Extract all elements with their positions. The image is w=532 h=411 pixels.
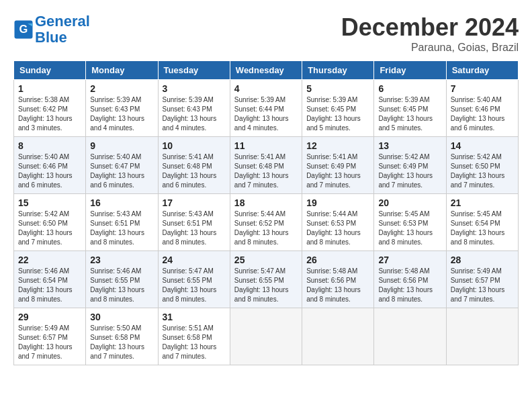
calendar-cell [446, 308, 518, 365]
calendar-cell: 10Sunrise: 5:41 AM Sunset: 6:48 PM Dayli… [158, 137, 230, 194]
day-number: 28 [451, 255, 514, 265]
calendar-cell: 18Sunrise: 5:44 AM Sunset: 6:52 PM Dayli… [230, 194, 302, 251]
calendar-cell: 31Sunrise: 5:51 AM Sunset: 6:58 PM Dayli… [158, 308, 230, 365]
month-title: December 2024 [341, 13, 519, 42]
calendar-cell: 26Sunrise: 5:48 AM Sunset: 6:56 PM Dayli… [302, 251, 374, 308]
calendar-cell: 23Sunrise: 5:46 AM Sunset: 6:55 PM Dayli… [86, 251, 158, 308]
title-block: December 2024 Parauna, Goias, Brazil [341, 13, 519, 54]
calendar-cell: 24Sunrise: 5:47 AM Sunset: 6:55 PM Dayli… [158, 251, 230, 308]
weekday-header: Wednesday [230, 61, 302, 80]
day-info: Sunrise: 5:39 AM Sunset: 6:43 PM Dayligh… [163, 95, 226, 133]
day-number: 26 [306, 255, 369, 265]
calendar-week-row: 8Sunrise: 5:40 AM Sunset: 6:46 PM Daylig… [14, 137, 519, 194]
day-number: 18 [234, 197, 298, 208]
day-number: 8 [18, 140, 81, 151]
day-info: Sunrise: 5:46 AM Sunset: 6:54 PM Dayligh… [18, 267, 81, 304]
day-number: 12 [306, 140, 369, 151]
day-number: 20 [378, 197, 441, 208]
day-number: 31 [163, 312, 226, 322]
day-info: Sunrise: 5:50 AM Sunset: 6:58 PM Dayligh… [90, 324, 153, 361]
day-info: Sunrise: 5:44 AM Sunset: 6:53 PM Dayligh… [306, 210, 369, 247]
calendar-cell: 8Sunrise: 5:40 AM Sunset: 6:46 PM Daylig… [14, 137, 86, 194]
calendar-cell: 16Sunrise: 5:43 AM Sunset: 6:51 PM Dayli… [86, 194, 158, 251]
day-number: 17 [163, 197, 226, 208]
day-info: Sunrise: 5:48 AM Sunset: 6:56 PM Dayligh… [378, 267, 441, 304]
day-number: 19 [306, 197, 369, 208]
day-info: Sunrise: 5:47 AM Sunset: 6:55 PM Dayligh… [163, 267, 226, 304]
day-info: Sunrise: 5:49 AM Sunset: 6:57 PM Dayligh… [18, 324, 81, 361]
day-info: Sunrise: 5:42 AM Sunset: 6:50 PM Dayligh… [18, 210, 81, 247]
calendar-cell: 7Sunrise: 5:40 AM Sunset: 6:46 PM Daylig… [446, 80, 518, 137]
calendar-cell: 9Sunrise: 5:40 AM Sunset: 6:47 PM Daylig… [86, 137, 158, 194]
day-info: Sunrise: 5:43 AM Sunset: 6:51 PM Dayligh… [90, 210, 153, 247]
weekday-header: Saturday [446, 61, 518, 80]
calendar-cell: 2Sunrise: 5:39 AM Sunset: 6:43 PM Daylig… [86, 80, 158, 137]
weekday-header: Sunday [14, 61, 86, 80]
day-number: 27 [378, 255, 441, 265]
calendar-cell [230, 308, 302, 365]
calendar-cell: 4Sunrise: 5:39 AM Sunset: 6:44 PM Daylig… [230, 80, 302, 137]
day-info: Sunrise: 5:45 AM Sunset: 6:54 PM Dayligh… [451, 210, 514, 247]
calendar-week-row: 22Sunrise: 5:46 AM Sunset: 6:54 PM Dayli… [14, 251, 519, 308]
day-number: 23 [90, 255, 153, 265]
day-info: Sunrise: 5:40 AM Sunset: 6:47 PM Dayligh… [90, 152, 153, 190]
day-info: Sunrise: 5:47 AM Sunset: 6:55 PM Dayligh… [234, 267, 298, 304]
day-info: Sunrise: 5:41 AM Sunset: 6:48 PM Dayligh… [234, 152, 298, 190]
day-number: 25 [234, 255, 298, 265]
logo-line1: General [35, 13, 90, 30]
calendar-cell: 22Sunrise: 5:46 AM Sunset: 6:54 PM Dayli… [14, 251, 86, 308]
weekday-header: Friday [374, 61, 446, 80]
calendar-cell: 1Sunrise: 5:38 AM Sunset: 6:42 PM Daylig… [14, 80, 86, 137]
logo-line2: Blue [35, 29, 67, 46]
calendar-table: SundayMondayTuesdayWednesdayThursdayFrid… [13, 60, 519, 365]
location: Parauna, Goias, Brazil [341, 42, 519, 54]
day-number: 11 [234, 140, 298, 151]
day-info: Sunrise: 5:41 AM Sunset: 6:49 PM Dayligh… [306, 152, 369, 190]
day-number: 15 [18, 197, 81, 208]
weekday-header: Tuesday [158, 61, 230, 80]
calendar-header: SundayMondayTuesdayWednesdayThursdayFrid… [14, 61, 519, 80]
day-info: Sunrise: 5:39 AM Sunset: 6:45 PM Dayligh… [378, 95, 441, 133]
calendar-cell: 20Sunrise: 5:45 AM Sunset: 6:53 PM Dayli… [374, 194, 446, 251]
calendar-cell: 3Sunrise: 5:39 AM Sunset: 6:43 PM Daylig… [158, 80, 230, 137]
day-info: Sunrise: 5:39 AM Sunset: 6:44 PM Dayligh… [234, 95, 298, 133]
day-number: 24 [163, 255, 226, 265]
day-info: Sunrise: 5:39 AM Sunset: 6:45 PM Dayligh… [306, 95, 369, 133]
calendar-cell: 28Sunrise: 5:49 AM Sunset: 6:57 PM Dayli… [446, 251, 518, 308]
calendar-cell: 12Sunrise: 5:41 AM Sunset: 6:49 PM Dayli… [302, 137, 374, 194]
calendar-cell: 13Sunrise: 5:42 AM Sunset: 6:49 PM Dayli… [374, 137, 446, 194]
page-header: G General Blue December 2024 Parauna, Go… [13, 13, 519, 54]
day-number: 5 [306, 83, 369, 94]
calendar-cell: 30Sunrise: 5:50 AM Sunset: 6:58 PM Dayli… [86, 308, 158, 365]
calendar-week-row: 15Sunrise: 5:42 AM Sunset: 6:50 PM Dayli… [14, 194, 519, 251]
calendar-cell [374, 308, 446, 365]
calendar-cell [302, 308, 374, 365]
logo: G General Blue [13, 13, 90, 46]
day-number: 29 [18, 312, 81, 322]
day-info: Sunrise: 5:38 AM Sunset: 6:42 PM Dayligh… [18, 95, 81, 133]
day-info: Sunrise: 5:42 AM Sunset: 6:49 PM Dayligh… [378, 152, 441, 190]
day-info: Sunrise: 5:42 AM Sunset: 6:50 PM Dayligh… [451, 152, 514, 190]
day-number: 13 [378, 140, 441, 151]
calendar-cell: 6Sunrise: 5:39 AM Sunset: 6:45 PM Daylig… [374, 80, 446, 137]
calendar-cell: 15Sunrise: 5:42 AM Sunset: 6:50 PM Dayli… [14, 194, 86, 251]
day-info: Sunrise: 5:41 AM Sunset: 6:48 PM Dayligh… [163, 152, 226, 190]
day-info: Sunrise: 5:43 AM Sunset: 6:51 PM Dayligh… [163, 210, 226, 247]
calendar-cell: 29Sunrise: 5:49 AM Sunset: 6:57 PM Dayli… [14, 308, 86, 365]
weekday-header: Monday [86, 61, 158, 80]
weekday-header: Thursday [302, 61, 374, 80]
calendar-cell: 5Sunrise: 5:39 AM Sunset: 6:45 PM Daylig… [302, 80, 374, 137]
day-info: Sunrise: 5:40 AM Sunset: 6:46 PM Dayligh… [18, 152, 81, 190]
calendar-cell: 14Sunrise: 5:42 AM Sunset: 6:50 PM Dayli… [446, 137, 518, 194]
day-number: 21 [451, 197, 514, 208]
day-info: Sunrise: 5:46 AM Sunset: 6:55 PM Dayligh… [90, 267, 153, 304]
calendar-cell: 21Sunrise: 5:45 AM Sunset: 6:54 PM Dayli… [446, 194, 518, 251]
day-number: 10 [163, 140, 226, 151]
logo-icon: G [13, 19, 34, 40]
calendar-week-row: 29Sunrise: 5:49 AM Sunset: 6:57 PM Dayli… [14, 308, 519, 365]
day-number: 7 [451, 83, 514, 94]
day-number: 2 [90, 83, 153, 94]
day-number: 16 [90, 197, 153, 208]
day-info: Sunrise: 5:44 AM Sunset: 6:52 PM Dayligh… [234, 210, 298, 247]
logo-text: General Blue [35, 13, 90, 46]
